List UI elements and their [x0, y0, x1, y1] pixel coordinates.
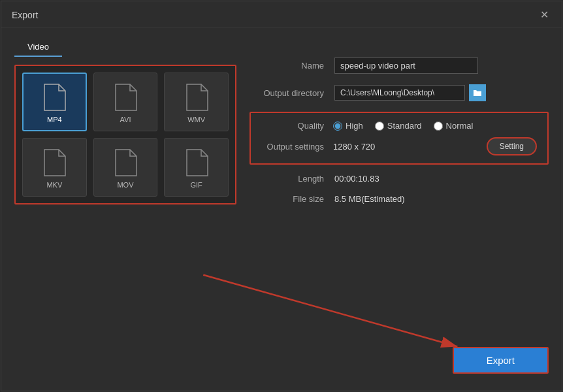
mp4-icon	[42, 83, 67, 112]
output-dir-label: Output directory	[249, 88, 334, 98]
tab-video[interactable]: Video	[14, 38, 62, 57]
left-panel: Video MP4	[14, 38, 236, 380]
format-label-mov: MOV	[117, 181, 133, 189]
length-row: Length 00:00:10.83	[249, 174, 549, 184]
tab-audio[interactable]	[62, 38, 88, 57]
setting-button[interactable]: Setting	[487, 137, 537, 155]
output-dir-row: Output directory	[249, 84, 549, 101]
quality-normal-option[interactable]: Normal	[434, 121, 474, 131]
format-item-mkv[interactable]: MKV	[22, 138, 87, 197]
name-row: Name	[249, 57, 549, 74]
file-size-row: File size 8.5 MB(Estimated)	[249, 194, 549, 204]
output-settings-row: Output settings 1280 x 720 Setting	[261, 137, 537, 155]
quality-standard-radio[interactable]	[375, 122, 384, 131]
file-size-value: 8.5 MB(Estimated)	[334, 194, 405, 204]
format-label-mkv: MKV	[46, 181, 62, 189]
format-label-mp4: MP4	[47, 116, 62, 123]
output-settings-value: 1280 x 720	[333, 142, 487, 152]
format-item-wmv[interactable]: WMV	[164, 73, 229, 131]
title-bar: Export ✕	[1, 1, 562, 27]
export-area: Export	[249, 347, 549, 380]
quality-normal-label: Normal	[446, 121, 474, 131]
format-label-gif: GIF	[190, 181, 202, 189]
avi-icon	[113, 83, 138, 112]
format-label-avi: AVI	[120, 116, 131, 123]
folder-button[interactable]	[469, 84, 486, 101]
file-size-label: File size	[249, 194, 334, 204]
format-item-mp4[interactable]: MP4	[22, 73, 87, 131]
settings-box: Quality High Standard Normal	[249, 112, 549, 165]
name-label: Name	[249, 61, 334, 71]
quality-row: Quality High Standard Normal	[261, 121, 537, 131]
dialog-title: Export	[12, 10, 38, 20]
length-label: Length	[249, 174, 334, 184]
quality-high-label: High	[346, 121, 363, 131]
gif-icon	[184, 148, 209, 177]
mkv-icon	[42, 148, 67, 177]
dialog-body: Video MP4	[1, 27, 562, 391]
name-input[interactable]	[334, 57, 478, 74]
close-button[interactable]: ✕	[538, 8, 551, 22]
output-dir-input[interactable]	[334, 85, 465, 101]
dir-row	[334, 84, 486, 101]
format-item-gif[interactable]: GIF	[164, 138, 229, 197]
format-label-wmv: WMV	[187, 116, 205, 123]
format-grid: MP4 AVI	[22, 73, 229, 197]
export-button[interactable]: Export	[453, 347, 549, 374]
quality-standard-label: Standard	[387, 121, 422, 131]
format-item-mov[interactable]: MOV	[93, 138, 158, 197]
quality-high-radio[interactable]	[333, 122, 342, 131]
quality-standard-option[interactable]: Standard	[375, 121, 422, 131]
format-item-avi[interactable]: AVI	[93, 73, 158, 131]
quality-high-option[interactable]: High	[333, 121, 363, 131]
quality-normal-radio[interactable]	[434, 122, 443, 131]
format-tabs: Video	[14, 38, 236, 57]
length-value: 00:00:10.83	[334, 174, 379, 184]
quality-label: Quality	[261, 121, 333, 131]
right-panel: Name Output directory	[249, 38, 549, 380]
format-grid-wrapper: MP4 AVI	[14, 65, 236, 204]
mov-icon	[113, 148, 138, 177]
output-settings-label: Output settings	[261, 142, 333, 152]
export-dialog: Export ✕ Video	[1, 1, 562, 391]
wmv-icon	[184, 83, 209, 112]
quality-radio-group: High Standard Normal	[333, 121, 473, 131]
